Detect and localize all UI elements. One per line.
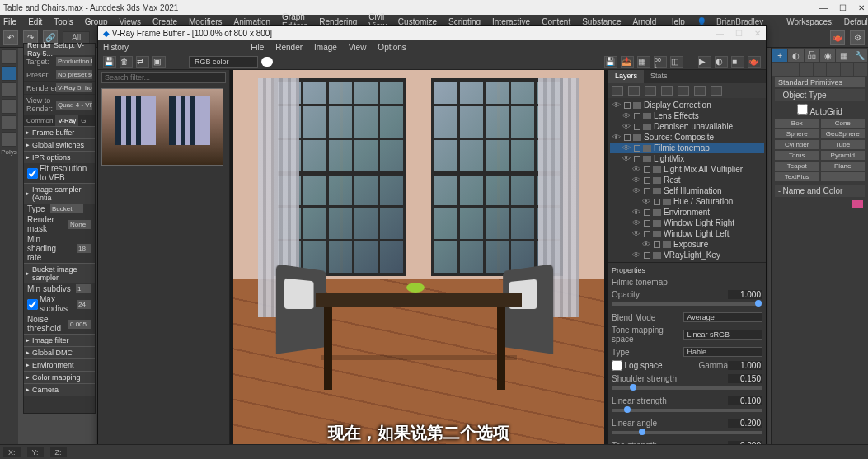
visibility-icon[interactable]: 👁: [631, 176, 641, 185]
layer-node[interactable]: 👁Source: Composite: [610, 132, 764, 143]
layer-checkbox[interactable]: [634, 156, 640, 162]
primitive-pyramid[interactable]: Pyramid: [821, 151, 866, 160]
workspace-value[interactable]: Default: [844, 17, 868, 26]
coord-x[interactable]: X:: [3, 447, 21, 457]
cameras-icon[interactable]: [814, 63, 827, 76]
folder-icon[interactable]: [628, 86, 640, 96]
vfb-menu-options[interactable]: Options: [378, 43, 406, 52]
fit-res-checkbox[interactable]: [27, 168, 38, 179]
menu-edit[interactable]: Edit: [28, 17, 42, 26]
primitive-[interactable]: [821, 172, 866, 181]
coord-z[interactable]: Z:: [50, 447, 67, 457]
maxsub-value[interactable]: 24: [77, 300, 91, 309]
lights-icon[interactable]: [800, 63, 813, 76]
tool-6[interactable]: [2, 132, 16, 147]
layer-node[interactable]: 👁Denoiser: unavailable: [610, 121, 764, 132]
history-search-input[interactable]: [101, 72, 226, 83]
menu-tools[interactable]: Tools: [54, 17, 73, 26]
vfb-menu-history[interactable]: History: [103, 43, 129, 52]
menu-file[interactable]: File: [3, 17, 16, 26]
primitive-teapot[interactable]: Teapot: [775, 162, 819, 171]
geometry-icon[interactable]: [772, 63, 786, 76]
helpers-icon[interactable]: [827, 63, 840, 76]
minimize-icon[interactable]: —: [819, 3, 828, 12]
rollout-imagesampler[interactable]: Image sampler (Antia: [24, 183, 95, 204]
visibility-icon[interactable]: 👁: [612, 133, 622, 142]
layer-node[interactable]: 👁Filmic tonemap: [610, 143, 764, 153]
category-dropdown[interactable]: Standard Primitives: [775, 77, 865, 87]
primitive-sphere[interactable]: Sphere: [775, 129, 819, 138]
vfb-menu-file[interactable]: File: [251, 43, 264, 52]
autogrid-checkbox[interactable]: [797, 104, 808, 115]
opacity-slider[interactable]: [612, 302, 762, 306]
compare-icon[interactable]: ◫: [670, 56, 683, 68]
layer-checkbox[interactable]: [644, 220, 650, 227]
layer-checkbox[interactable]: [634, 124, 640, 130]
coord-y[interactable]: Y:: [27, 447, 44, 457]
vfb-titlebar[interactable]: ◆ V-Ray Frame Buffer - [100.0% of 800 x …: [98, 26, 766, 40]
color-swatch-pink[interactable]: [852, 200, 863, 208]
layer-checkbox[interactable]: [644, 177, 650, 184]
visibility-icon[interactable]: 👁: [622, 111, 631, 120]
primitive-textplus[interactable]: TextPlus: [775, 172, 819, 181]
select-tool[interactable]: [2, 49, 16, 64]
region-icon[interactable]: ▦: [637, 56, 650, 68]
minshading-value[interactable]: 18: [77, 244, 91, 253]
layer-checkbox[interactable]: [644, 166, 650, 173]
modify-tab[interactable]: ◐: [788, 49, 803, 62]
primitive-plane[interactable]: Plane: [821, 162, 866, 171]
vfb-menu-render[interactable]: Render: [275, 43, 303, 52]
layer-checkbox[interactable]: [624, 102, 631, 109]
layer-node[interactable]: 👁Window Light Left: [610, 228, 764, 239]
hierarchy-tab[interactable]: 品: [805, 49, 819, 62]
visibility-icon[interactable]: 👁: [631, 186, 641, 195]
undo-button[interactable]: ↶: [3, 30, 18, 45]
move-tool[interactable]: [2, 66, 16, 81]
layer-node[interactable]: 👁Hue / Saturation: [610, 196, 764, 207]
history-ab-icon[interactable]: ⇄: [136, 56, 149, 68]
stop-icon[interactable]: ■: [731, 56, 744, 68]
add-layer-icon[interactable]: [612, 86, 623, 96]
maxsub-checkbox[interactable]: [27, 299, 38, 310]
visibility-icon[interactable]: 👁: [622, 154, 631, 163]
layer-checkbox[interactable]: [624, 134, 631, 141]
vfb-maximize-icon[interactable]: ☐: [735, 29, 743, 38]
rollout-imagefilter[interactable]: Image filter: [24, 334, 95, 346]
shoulder-value[interactable]: 0.150: [728, 374, 762, 383]
history-save-icon[interactable]: 💾: [103, 56, 116, 68]
history-thumbnail[interactable]: [101, 88, 223, 166]
layer-checkbox[interactable]: [644, 231, 650, 237]
vfb-menu-view[interactable]: View: [349, 43, 367, 52]
teapot-icon[interactable]: 🫖: [748, 56, 761, 68]
layer-node[interactable]: 👁Window Light Right: [610, 218, 764, 228]
rollout-globaldmc[interactable]: Global DMC: [24, 346, 95, 358]
visibility-icon[interactable]: 👁: [641, 240, 651, 249]
rollout-bucket[interactable]: Bucket image sampler: [24, 263, 95, 283]
layer-node[interactable]: 👁Self Illumination: [610, 185, 764, 196]
linstr-value[interactable]: 0.100: [728, 396, 762, 405]
maximize-icon[interactable]: ☐: [839, 3, 847, 12]
minsub-value[interactable]: 1: [76, 284, 91, 293]
type-value[interactable]: Hable: [683, 347, 763, 357]
layer-checkbox[interactable]: [644, 252, 650, 259]
linang-slider[interactable]: [612, 431, 762, 434]
name-color-rollout[interactable]: - Name and Color: [775, 185, 865, 197]
tab-gi[interactable]: GI: [78, 115, 90, 126]
layer-checkbox[interactable]: [654, 199, 660, 205]
scale-tool[interactable]: [2, 99, 16, 114]
layer-node[interactable]: 👁LightMix: [610, 153, 764, 164]
preset-value[interactable]: No preset sele: [56, 70, 92, 79]
color-swatch[interactable]: [261, 57, 273, 67]
rollout-globalswitches[interactable]: Global switches: [24, 138, 95, 151]
noise-value[interactable]: 0.005: [68, 320, 91, 329]
tab-vray[interactable]: V-Ray: [55, 115, 78, 126]
gamma-value[interactable]: 1.000: [728, 361, 762, 370]
systems-icon[interactable]: [854, 63, 867, 76]
primitive-geosphere[interactable]: GeoSphere: [821, 129, 866, 138]
log-checkbox[interactable]: [612, 360, 622, 371]
vfb-render-view[interactable]: 现在，如果说第二个选项: [230, 70, 608, 449]
visibility-icon[interactable]: 👁: [622, 143, 631, 152]
target-value[interactable]: Production Ren: [56, 57, 92, 66]
linstr-slider[interactable]: [612, 409, 762, 412]
rollout-environment[interactable]: Environment: [24, 358, 95, 371]
